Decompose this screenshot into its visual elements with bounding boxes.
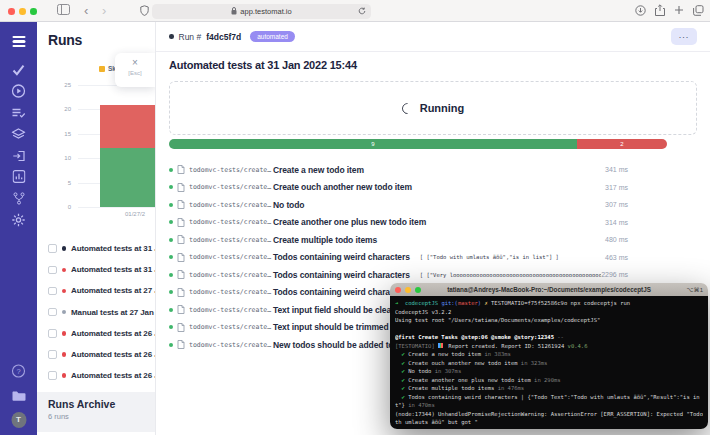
back-button[interactable]: ‹ [84,3,88,18]
test-path: todomvc-tests/create… [189,253,273,261]
test-row[interactable]: todomvc-tests/create… Create multiple to… [156,231,710,249]
run-checkbox[interactable] [48,350,57,359]
run-ref-prefix: Run # [179,32,202,42]
window-minimize-button[interactable] [19,8,26,15]
bar-chart-icon[interactable] [11,169,26,184]
run-list-item[interactable]: Automated tests at 31 Jan [48,259,155,280]
run-checkbox[interactable] [48,266,57,275]
test-row[interactable]: todomvc-tests/create… Create ouch anothe… [156,179,710,197]
window-zoom-button[interactable] [30,8,37,15]
automated-badge: automated [250,31,295,42]
test-row[interactable]: todomvc-tests/create… Todos containing w… [156,266,710,284]
file-icon [177,340,185,349]
user-avatar[interactable]: T [11,412,26,427]
reload-icon[interactable] [358,7,366,15]
run-list-item[interactable]: Automated tests at 26 Jan [48,365,155,386]
svg-text:?: ? [16,366,20,375]
run-label: Automated tests at 26 Jan [71,371,155,380]
layers-icon[interactable] [11,126,26,141]
chart-x-label: 01/27/2 [125,211,145,217]
test-row[interactable]: todomvc-tests/create… No todo 307 ms [156,196,710,214]
menu-icon[interactable] [11,34,26,49]
window-close-button[interactable] [8,8,15,15]
file-icon [177,218,185,227]
terminal-title: tatiana@Andreys-MacBook-Pro:~/Documents/… [390,286,708,293]
login-icon[interactable] [11,148,26,163]
folder-icon[interactable] [11,388,26,403]
terminal-minimize-button[interactable] [405,287,411,293]
test-data: [ ["Very loooooooooooooooooooooooooooooo… [420,272,601,278]
list-check-icon[interactable] [11,105,26,120]
file-icon [177,323,185,332]
terminal-zoom-button[interactable] [415,287,421,293]
run-label: Automated tests at 27 Jan [71,286,155,295]
runs-chart [100,85,155,207]
check-icon[interactable] [11,62,26,77]
chart-bar-failed[interactable] [100,105,155,149]
spinner-icon [399,100,415,116]
esc-hint: [Esc] [115,70,155,76]
progress-failed[interactable]: 2 [577,139,668,149]
file-icon [177,183,185,192]
run-label: Automated tests at 31 Jan [71,265,155,274]
shield-icon[interactable] [140,5,149,16]
test-name: New todos should be added to th [273,340,404,350]
run-checkbox[interactable] [48,371,57,380]
test-row[interactable]: todomvc-tests/create… Todos containing w… [156,249,710,267]
new-tab-icon[interactable] [674,5,684,15]
run-checkbox[interactable] [48,287,57,296]
test-duration: 463 ms [605,254,628,261]
downloads-icon[interactable] [635,5,646,16]
test-path: todomvc-tests/create… [189,201,273,209]
test-row[interactable]: todomvc-tests/create… Create a new todo … [156,161,710,179]
tabs-overview-icon[interactable] [693,5,704,16]
run-status-dot [62,310,67,315]
terminal-close-button[interactable] [395,287,401,293]
gear-icon[interactable] [11,212,26,227]
progress-passed[interactable]: 9 [169,139,577,149]
test-status-dot [169,168,173,172]
run-header: Run # f4dc5f7d automated ... [156,22,710,52]
lock-icon [231,7,237,15]
run-list-item[interactable]: Automated tests at 26 Jan [48,344,155,365]
url-field[interactable]: app.testomat.io [152,4,371,19]
run-label: Automated tests at 26 Jan [71,350,155,359]
help-icon[interactable]: ? [11,363,26,378]
chart-bar-passed[interactable] [100,148,155,207]
branch-icon[interactable] [11,191,26,206]
test-name: Todos containing weird characters [273,270,410,280]
run-list-item[interactable]: Automated tests at 26 Jan [48,323,155,344]
test-row[interactable]: todomvc-tests/create… Create another one… [156,214,710,232]
file-icon [177,270,185,279]
test-duration: 307 ms [605,201,628,208]
sidebar-toggle-icon[interactable] [57,4,70,15]
runs-archive[interactable]: Runs Archive 6 runs [37,392,155,432]
run-list-item[interactable]: Automated tests at 31 Jan [48,238,155,259]
run-status-dot [62,268,67,273]
test-status-dot [169,273,173,277]
test-path: todomvc-tests/create… [189,218,273,226]
more-options-button[interactable]: ... [671,28,697,45]
run-status-dot [62,331,67,336]
legend-skipped-swatch [99,66,105,72]
test-path: todomvc-tests/create… [189,306,273,314]
test-status-dot [169,290,173,294]
run-status-dot [62,373,67,378]
run-list-item[interactable]: Manual tests at 27 Jan 20 [48,302,155,323]
run-status-dot [169,34,174,39]
file-icon [177,253,185,262]
run-progress-bar: 9 2 [169,139,697,149]
terminal-titlebar[interactable]: tatiana@Andreys-MacBook-Pro:~/Documents/… [390,283,708,296]
forward-button[interactable]: › [102,3,106,18]
test-status-dot [169,255,173,259]
run-checkbox[interactable] [48,244,57,253]
run-checkbox[interactable] [48,308,57,317]
test-name: No todo [273,200,304,210]
close-icon[interactable]: × [115,56,155,70]
run-list-item[interactable]: Automated tests at 27 Jan [48,280,155,301]
file-icon [177,165,185,174]
play-circle-icon[interactable] [11,83,26,98]
share-icon[interactable] [655,4,665,16]
run-checkbox[interactable] [48,329,57,338]
test-name: Text input field should be cleare [273,305,399,315]
